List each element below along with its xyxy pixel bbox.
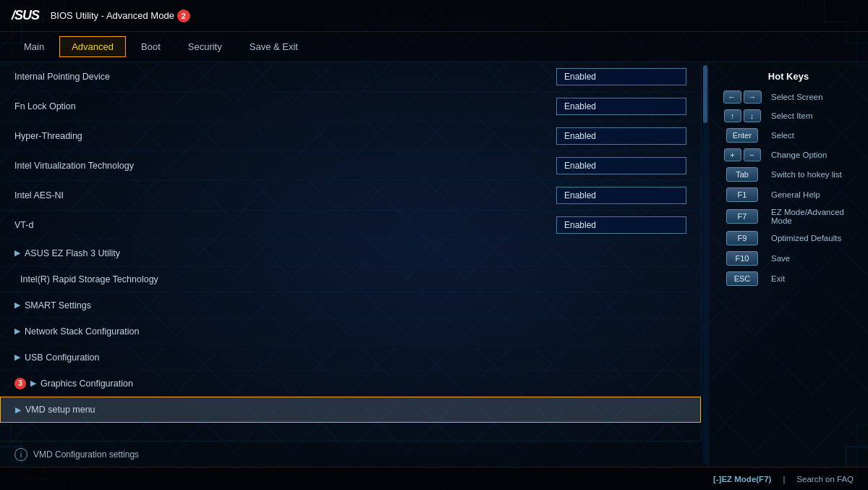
footer-ez-mode[interactable]: [-]EZ Mode(F7): [713, 475, 771, 483]
submenu-network-stack[interactable]: ▶ Network Stack Configuration: [0, 318, 701, 345]
footer-ez-mode-key: [-]EZ Mode(F7): [713, 475, 771, 483]
arrow-icon: ▶: [14, 248, 20, 258]
key-esc[interactable]: ESC: [726, 271, 758, 286]
key-up[interactable]: ↑: [724, 109, 741, 122]
footer-search-label: Search on FAQ: [796, 475, 854, 483]
nav-item-security[interactable]: Security: [176, 36, 234, 57]
step-3-badge: 3: [14, 378, 26, 389]
hotkey-desc-screen: Select Screen: [771, 93, 823, 101]
scroll-thumb[interactable]: [703, 65, 707, 123]
arrow-icon-usb: ▶: [14, 352, 20, 362]
scrollbar-panel: [702, 62, 709, 467]
hotkey-desc-item: Select Item: [771, 111, 813, 120]
submenu-vmd-setup[interactable]: ▶ VMD setup menu: [0, 397, 701, 423]
setting-label-vtd: VT-d: [14, 220, 33, 230]
key-tab[interactable]: Tab: [726, 167, 758, 182]
hotkey-row-item: ↑ ↓ Select Item: [719, 109, 858, 122]
hotkey-desc-f7: EZ Mode/Advanced Mode: [771, 208, 858, 225]
submenu-label-vmd: VMD setup menu: [25, 405, 95, 415]
key-plus[interactable]: +: [724, 148, 741, 161]
hotkey-row-change: + − Change Option: [719, 148, 858, 161]
submenu-usb-config[interactable]: ▶ USB Configuration: [0, 345, 701, 371]
key-left[interactable]: ←: [723, 90, 741, 104]
setting-row-intel-aes[interactable]: Intel AES-NI Enabled: [0, 181, 701, 211]
value-box-vtd[interactable]: Enabled: [556, 216, 686, 234]
hotkey-row-f10: F10 Save: [719, 251, 858, 266]
hotkey-desc-f9: Optimized Defaults: [771, 234, 841, 242]
hotkey-keys-f7: F7: [719, 209, 765, 224]
hotkey-desc-f1: General Help: [771, 190, 820, 199]
value-box-hyper-threading[interactable]: Enabled: [556, 127, 686, 145]
setting-value-internal-pointing[interactable]: Enabled: [556, 68, 686, 85]
setting-label-intel-vt: Intel Virtualization Technology: [14, 161, 134, 171]
hotkey-desc-tab: Switch to hokey list: [771, 170, 842, 179]
hotkey-keys-f9: F9: [719, 231, 765, 245]
header-step-badge: 2: [177, 9, 190, 22]
value-box-intel-aes[interactable]: Enabled: [556, 187, 686, 204]
hotkey-row-screen: ← → Select Screen: [719, 90, 858, 104]
hotkey-row-f9: F9 Optimized Defaults: [719, 231, 858, 245]
submenu-intel-rst[interactable]: Intel(R) Rapid Storage Technology: [0, 266, 701, 292]
info-bar: i VMD Configuration settings: [0, 441, 702, 467]
setting-value-fn-lock[interactable]: Enabled: [556, 98, 686, 115]
setting-row-internal-pointing[interactable]: Internal Pointing Device Enabled: [0, 62, 701, 92]
hotkey-desc-select: Select: [771, 131, 794, 140]
setting-value-intel-vt[interactable]: Enabled: [556, 157, 686, 174]
asus-logo: /SUS: [12, 8, 39, 23]
nav-item-advanced[interactable]: Advanced: [59, 36, 126, 57]
nav-item-main[interactable]: Main: [12, 36, 56, 57]
key-right[interactable]: →: [744, 90, 762, 104]
nav-menu: Main Advanced Boot Security Save & Exit: [0, 32, 868, 62]
header-title: BIOS Utility - Advanced Mode: [48, 10, 174, 21]
key-minus[interactable]: −: [744, 148, 761, 161]
hotkey-row-esc: ESC Exit: [719, 271, 858, 286]
setting-label-intel-aes: Intel AES-NI: [14, 190, 64, 200]
key-f10[interactable]: F10: [726, 251, 758, 266]
hotkey-keys-select: Enter: [719, 128, 765, 143]
setting-row-fn-lock[interactable]: Fn Lock Option Enabled: [0, 92, 701, 122]
hotkey-desc-f10: Save: [771, 254, 790, 263]
hotkey-keys-item: ↑ ↓: [719, 109, 765, 122]
hotkey-keys-esc: ESC: [719, 271, 765, 286]
setting-value-hyper-threading[interactable]: Enabled: [556, 127, 686, 145]
key-enter[interactable]: Enter: [726, 128, 758, 143]
setting-value-vtd[interactable]: Enabled: [556, 216, 686, 234]
key-f9[interactable]: F9: [726, 231, 758, 245]
hotkeys-title: Hot Keys: [719, 71, 858, 82]
footer-separator: |: [783, 475, 785, 483]
scroll-track[interactable]: [703, 65, 707, 464]
footer-search[interactable]: Search on FAQ: [796, 475, 854, 483]
hotkey-desc-change: Change Option: [771, 151, 827, 159]
submenu-asus-ez-flash[interactable]: ▶ ASUS EZ Flash 3 Utility: [0, 240, 701, 266]
setting-row-hyper-threading[interactable]: Hyper-Threading Enabled: [0, 122, 701, 151]
value-box-fn-lock[interactable]: Enabled: [556, 98, 686, 115]
hotkey-row-select: Enter Select: [719, 128, 858, 143]
setting-row-vtd[interactable]: VT-d Enabled: [0, 211, 701, 240]
value-box-internal-pointing[interactable]: Enabled: [556, 68, 686, 85]
arrow-icon-graphics: ▶: [30, 379, 36, 388]
arrow-icon-network: ▶: [14, 326, 20, 336]
setting-row-intel-vt[interactable]: Intel Virtualization Technology Enabled: [0, 151, 701, 181]
header-bar: /SUS BIOS Utility - Advanced Mode 2: [0, 0, 868, 32]
hotkey-row-f7: F7 EZ Mode/Advanced Mode: [719, 208, 858, 225]
hotkey-desc-esc: Exit: [771, 274, 785, 283]
value-box-intel-vt[interactable]: Enabled: [556, 157, 686, 174]
hotkey-row-f1: F1 General Help: [719, 187, 858, 202]
nav-item-boot[interactable]: Boot: [129, 36, 173, 57]
submenu-label-network: Network Stack Configuration: [25, 326, 139, 337]
submenu-graphics-config[interactable]: 3 ▶ Graphics Configuration: [0, 371, 701, 397]
submenu-label-intel-rst: Intel(R) Rapid Storage Technology: [20, 274, 158, 284]
key-f7[interactable]: F7: [726, 209, 758, 224]
submenu-smart-settings[interactable]: ▶ SMART Settings: [0, 292, 701, 318]
content-area: Internal Pointing Device Enabled Fn Lock…: [0, 62, 868, 467]
footer-bar: [-]EZ Mode(F7) | Search on FAQ: [0, 467, 868, 490]
key-down[interactable]: ↓: [744, 109, 761, 122]
setting-value-intel-aes[interactable]: Enabled: [556, 187, 686, 204]
info-text: VMD Configuration settings: [33, 449, 139, 460]
submenu-label-usb: USB Configuration: [25, 352, 100, 363]
setting-label-hyper-threading: Hyper-Threading: [14, 131, 82, 141]
nav-item-save-exit[interactable]: Save & Exit: [237, 36, 310, 57]
key-f1[interactable]: F1: [726, 187, 758, 202]
submenu-label-asus-ez-flash: ASUS EZ Flash 3 Utility: [25, 248, 120, 258]
submenu-label-smart: SMART Settings: [25, 300, 91, 311]
